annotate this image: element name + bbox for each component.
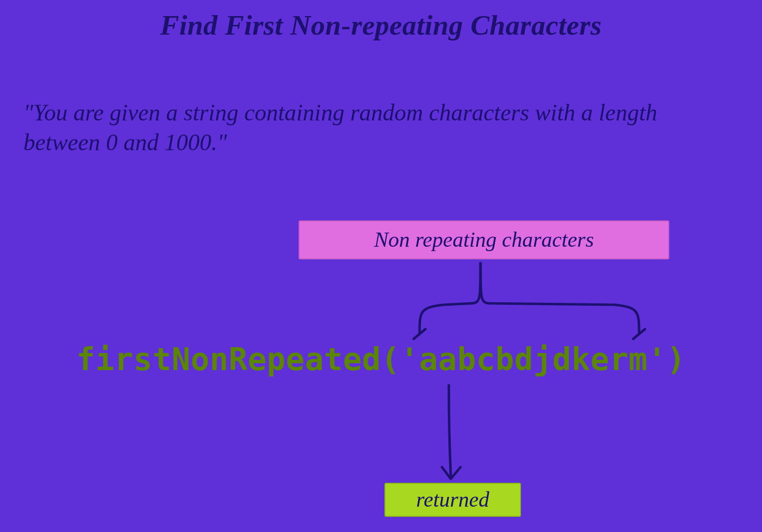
diagram-description: "You are given a string containing rando… <box>23 98 739 158</box>
diagram-canvas: Find First Non-repeating Characters "You… <box>0 0 762 532</box>
diagram-title: Find First Non-repeating Characters <box>0 9 762 41</box>
code-example: firstNonRepeated('aabcbdjdkerm') <box>0 341 762 377</box>
label-non-repeating: Non repeating characters <box>299 220 669 259</box>
annotation-arrows <box>0 0 762 532</box>
label-returned: returned <box>384 483 521 517</box>
